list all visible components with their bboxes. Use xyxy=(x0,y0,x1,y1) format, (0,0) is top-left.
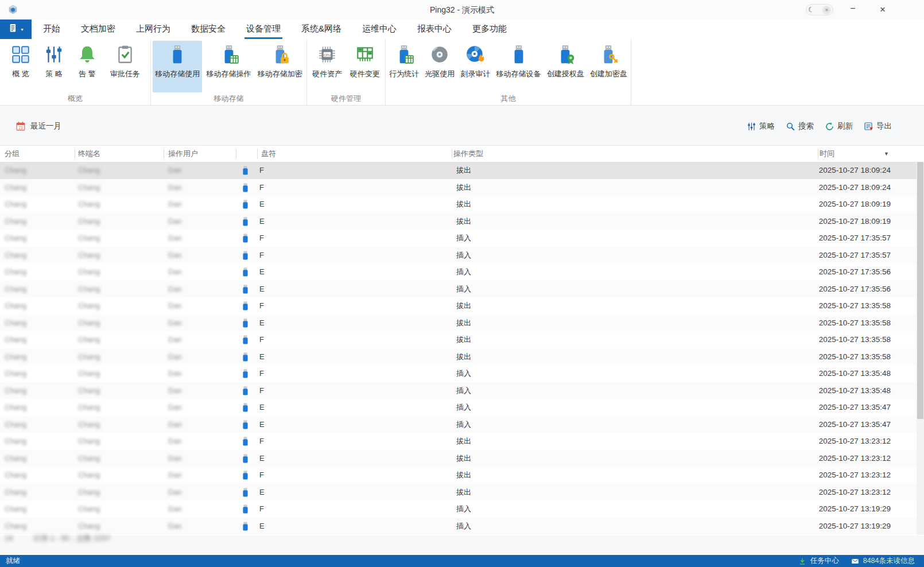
table-row[interactable]: ChangChangDanF拔出2025-10-27 13:23:12 xyxy=(0,467,924,484)
unread-messages-link[interactable]: 8484条未读信息 xyxy=(863,556,915,566)
ribbon-button-告 警[interactable]: 告 警 xyxy=(75,41,100,92)
usb-drive-icon xyxy=(242,183,249,192)
table-row[interactable]: ChangChangDanE拔出2025-10-27 13:23:12 xyxy=(0,484,924,501)
cell-time: 2025-10-27 13:23:12 xyxy=(819,433,891,450)
ribbon-button-硬件变更[interactable]: 硬件变更 xyxy=(348,41,382,92)
table-row[interactable]: ChangChangDanF拔出2025-10-27 18:09:24 xyxy=(0,162,924,179)
ribbon-button-创建授权盘[interactable]: 创建授权盘 xyxy=(545,41,587,92)
tab-数据安全[interactable]: 数据安全 xyxy=(191,20,226,39)
theme-toggle[interactable]: ☾ ☀ xyxy=(806,4,833,15)
ribbon-button-策 略[interactable]: 策 略 xyxy=(41,41,67,92)
table-row[interactable]: ChangChangDanF插入2025-10-27 17:35:57 xyxy=(0,230,924,247)
cell-group-redacted: Chang xyxy=(5,297,26,314)
cell-drive-letter: E xyxy=(259,518,265,535)
cell-drive-letter: F xyxy=(259,179,264,196)
close-button[interactable]: × xyxy=(870,0,895,20)
ribbon-button-创建加密盘[interactable]: 创建加密盘 xyxy=(588,41,630,92)
usb-lock-icon xyxy=(270,44,290,65)
sun-icon[interactable]: ☀ xyxy=(822,6,831,14)
ribbon-button-概 览[interactable]: 概 览 xyxy=(8,41,33,92)
table-row[interactable]: ChangChangDanF拔出2025-10-27 13:35:58 xyxy=(0,331,924,348)
table-row[interactable]: ChangChangDanE拔出2025-10-27 13:35:58 xyxy=(0,314,924,332)
cell-terminal-redacted: Chang xyxy=(78,162,100,179)
cell-user-redacted: Dan xyxy=(168,382,182,399)
overview-grid-icon xyxy=(10,44,31,65)
ribbon-button-移动存储加密[interactable]: 移动存储加密 xyxy=(255,41,305,92)
tab-运维中心[interactable]: 运维中心 xyxy=(362,20,397,39)
table-row[interactable]: ChangChangDanE插入2025-10-27 17:35:56 xyxy=(0,281,924,298)
tab-系统&网络[interactable]: 系统&网络 xyxy=(301,20,341,39)
column-header-terminal[interactable]: 终端名 xyxy=(78,146,100,162)
cell-group-redacted: Chang xyxy=(5,484,26,501)
cell-user-redacted: Dan xyxy=(168,518,182,535)
tab-报表中心[interactable]: 报表中心 xyxy=(417,20,452,39)
table-row[interactable]: ChangChangDanF插入2025-10-27 13:19:29 xyxy=(0,500,924,518)
cell-action-type: 拔出 xyxy=(456,433,471,450)
cell-group-redacted: Chang xyxy=(5,314,26,332)
cell-user-redacted: Dan xyxy=(168,433,182,450)
cell-group-redacted: Chang xyxy=(5,518,26,535)
ribbon-button-移动存储操作[interactable]: 移动存储操作 xyxy=(204,41,254,92)
ribbon-button-硬件资产[interactable]: CPU硬件资产 xyxy=(310,41,344,92)
ribbon-button-label: 移动存储设备 xyxy=(496,69,541,79)
column-header-group[interactable]: 分组 xyxy=(5,146,20,162)
ribbon-button-移动存储使用[interactable]: 移动存储使用 xyxy=(153,41,202,92)
table-row[interactable]: ChangChangDanE插入2025-10-27 13:35:47 xyxy=(0,399,924,416)
ribbon-button-移动存储设备[interactable]: 移动存储设备 xyxy=(494,41,543,92)
tab-开始[interactable]: 开始 xyxy=(43,20,60,39)
moon-icon[interactable]: ☾ xyxy=(808,6,814,14)
usb-stats-icon xyxy=(394,44,414,65)
table-row[interactable]: ChangChangDanF插入2025-10-27 17:35:57 xyxy=(0,247,924,264)
cell-action-type: 拔出 xyxy=(456,213,471,230)
table-row[interactable]: ChangChangDanE拔出2025-10-27 18:09:19 xyxy=(0,196,924,213)
table-row[interactable]: ChangChangDanF插入2025-10-27 13:35:48 xyxy=(0,382,924,399)
vertical-scrollbar[interactable] xyxy=(917,162,924,535)
cell-user-redacted: Dan xyxy=(168,263,182,281)
date-range-filter[interactable]: 23 最近一月 xyxy=(15,121,61,131)
cell-drive-letter: E xyxy=(259,348,265,366)
tab-文档加密[interactable]: 文档加密 xyxy=(81,20,115,39)
usb-drive-icon xyxy=(242,352,249,362)
task-center-link[interactable]: 任务中心 xyxy=(810,556,839,566)
column-header-time[interactable]: 时间 xyxy=(820,146,834,162)
ribbon-button-光驱使用[interactable]: 光驱使用 xyxy=(422,41,457,92)
column-header-drive[interactable]: 盘符 xyxy=(261,146,276,162)
策略-button[interactable]: 策略 xyxy=(747,121,775,131)
cell-drive-letter: F xyxy=(259,331,264,348)
搜索-button[interactable]: 搜索 xyxy=(786,121,814,131)
table-row[interactable]: ChangChangDanE拔出2025-10-27 13:35:58 xyxy=(0,348,924,366)
table-row[interactable]: ChangChangDanF拔出2025-10-27 13:23:12 xyxy=(0,433,924,450)
cell-time: 2025-10-27 18:09:19 xyxy=(819,196,891,213)
cell-action-type: 拔出 xyxy=(456,331,471,348)
table-row[interactable]: ChangChangDanF拔出2025-10-27 13:35:58 xyxy=(0,297,924,314)
app-menu-button[interactable]: ▼ xyxy=(0,20,32,39)
cell-terminal-redacted: Chang xyxy=(78,196,100,213)
title-bar: Ping32 - 演示模式 ☾ ☀ − × xyxy=(0,0,924,20)
刷新-button[interactable]: 刷新 xyxy=(825,121,853,131)
column-header-user[interactable]: 操作用户 xyxy=(168,146,198,162)
sort-descending-icon[interactable]: ▼ xyxy=(884,146,889,162)
cell-time: 2025-10-27 13:19:29 xyxy=(819,518,891,535)
svg-text:23: 23 xyxy=(18,126,23,130)
usb-drive-icon xyxy=(242,437,249,446)
column-header-action[interactable]: 操作类型 xyxy=(453,146,483,162)
table-row[interactable]: ChangChangDanE插入2025-10-27 13:35:47 xyxy=(0,416,924,433)
table-row[interactable]: ChangChangDanE插入2025-10-27 13:19:29 xyxy=(0,518,924,535)
minimize-button[interactable]: − xyxy=(841,0,864,20)
table-row[interactable]: ChangChangDanF拔出2025-10-27 18:09:24 xyxy=(0,179,924,196)
cell-terminal-redacted: Chang xyxy=(78,467,100,484)
ribbon-button-行为统计[interactable]: 行为统计 xyxy=(387,41,421,92)
table-row[interactable]: ChangChangDanE拔出2025-10-27 18:09:19 xyxy=(0,213,924,230)
导出-button[interactable]: 导出 xyxy=(864,121,892,131)
tab-上网行为[interactable]: 上网行为 xyxy=(136,20,170,39)
ribbon-button-刻录审计[interactable]: 刻录审计 xyxy=(458,41,492,92)
table-row[interactable]: ChangChangDanF插入2025-10-27 13:35:48 xyxy=(0,365,924,382)
scrollbar-thumb[interactable] xyxy=(917,162,923,419)
tab-设备管理[interactable]: 设备管理 xyxy=(246,20,281,39)
ribbon-button-审批任务[interactable]: 审批任务 xyxy=(108,41,142,92)
cell-user-redacted: Dan xyxy=(168,399,182,416)
table-row[interactable]: ChangChangDanE插入2025-10-27 17:35:56 xyxy=(0,263,924,281)
table-row[interactable]: ChangChangDanE拔出2025-10-27 13:23:12 xyxy=(0,450,924,467)
tab-更多功能[interactable]: 更多功能 xyxy=(472,20,507,39)
pagination-blurred: 记录 1 - 50，总数 2257 xyxy=(33,533,110,544)
